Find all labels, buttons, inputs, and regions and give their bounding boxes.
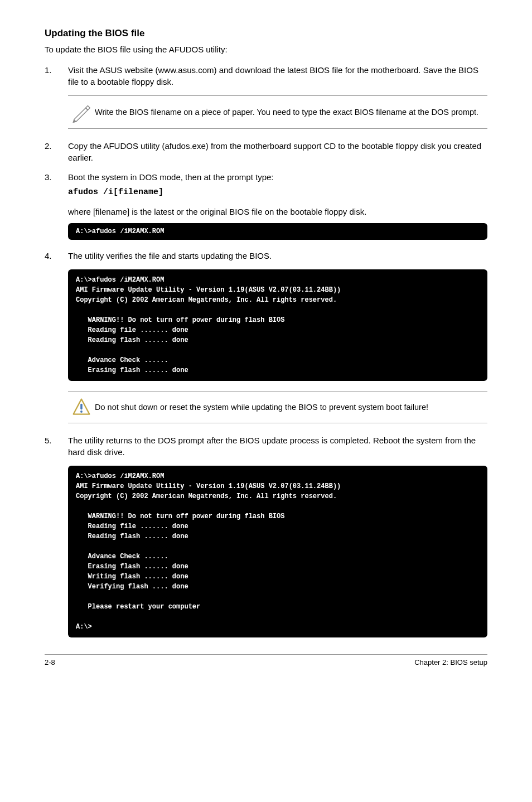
- subtext: where [filename] is the latest or the or…: [68, 206, 487, 218]
- step-text: Boot the system in DOS mode, then at the…: [68, 172, 274, 182]
- chapter-label: Chapter 2: BIOS setup: [414, 658, 487, 666]
- step-content: Visit the ASUS website (www.asus.com) an…: [68, 64, 487, 88]
- terminal-output-3: A:\>afudos /iM2AMX.ROM AMI Firmware Upda…: [68, 466, 487, 637]
- step-number: 4.: [45, 250, 68, 262]
- step-3: 3. Boot the system in DOS mode, then at …: [45, 171, 487, 198]
- warning-text: Do not shut down or reset the system whi…: [95, 402, 487, 413]
- step-content: Copy the AFUDOS utility (afudos.exe) fro…: [68, 140, 487, 163]
- page-number: 2-8: [45, 658, 55, 666]
- terminal-output-1: A:\>afudos /iM2AMX.ROM: [68, 223, 487, 240]
- svg-point-1: [80, 410, 83, 413]
- step-1: 1. Visit the ASUS website (www.asus.com)…: [45, 64, 487, 88]
- intro-text: To update the BIOS file using the AFUDOS…: [45, 45, 487, 54]
- step-number: 1.: [45, 64, 68, 88]
- step-5: 5. The utility returns to the DOS prompt…: [45, 434, 487, 458]
- command-text: afudos /i[filename]: [68, 186, 487, 198]
- warning-box: Do not shut down or reset the system whi…: [68, 391, 487, 423]
- svg-rect-0: [80, 404, 83, 410]
- section-heading: Updating the BIOS file: [45, 28, 487, 39]
- step-number: 3.: [45, 171, 68, 198]
- note-box: Write the BIOS filename on a piece of pa…: [68, 95, 487, 129]
- step-number: 5.: [45, 434, 68, 458]
- page-footer: 2-8 Chapter 2: BIOS setup: [45, 654, 487, 666]
- terminal-output-2: A:\>afudos /iM2AMX.ROM AMI Firmware Upda…: [68, 269, 487, 381]
- pencil-icon: [68, 102, 95, 123]
- step-content: Boot the system in DOS mode, then at the…: [68, 171, 487, 198]
- note-text: Write the BIOS filename on a piece of pa…: [95, 107, 487, 118]
- step-2: 2. Copy the AFUDOS utility (afudos.exe) …: [45, 140, 487, 163]
- warning-icon: [68, 397, 95, 417]
- step-content: The utility verifies the file and starts…: [68, 250, 487, 262]
- step-number: 2.: [45, 140, 68, 163]
- step-4: 4. The utility verifies the file and sta…: [45, 250, 487, 262]
- step-content: The utility returns to the DOS prompt af…: [68, 434, 487, 458]
